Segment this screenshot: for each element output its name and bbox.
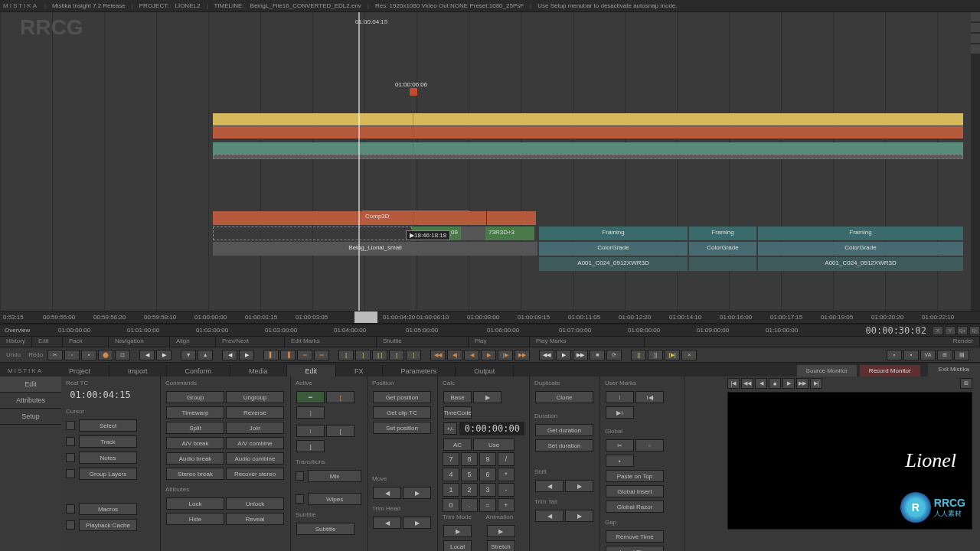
clip-colorgrade-2[interactable]: ColorGrade xyxy=(689,242,756,256)
tab-parameters[interactable]: Parameters xyxy=(383,365,456,377)
inout-icon[interactable]: [ ] xyxy=(372,350,387,360)
av-combine-button[interactable]: A/V combine xyxy=(226,437,284,449)
active-toggle[interactable]: ━ xyxy=(296,391,325,403)
clip-gap[interactable] xyxy=(461,227,485,240)
collapse-button-2[interactable] xyxy=(971,23,980,32)
clear-out-icon[interactable]: ] xyxy=(406,350,421,360)
remove-time-button[interactable]: Remove Time xyxy=(606,530,664,543)
render-queue-icon[interactable]: ▤ xyxy=(954,350,969,360)
clip-colorgrade-3[interactable]: ColorGrade xyxy=(758,242,963,256)
clip-framing-2[interactable]: Framing xyxy=(689,227,756,240)
ruler-fine[interactable]: 0:53:15 00:59:55:00 00:59:56:20 00:59:58… xyxy=(0,311,980,324)
key-7[interactable]: 7 xyxy=(443,452,459,466)
clip-comp3d-b[interactable] xyxy=(487,211,536,225)
mon-last-icon[interactable]: ▶| xyxy=(810,378,822,389)
tab-output[interactable]: Output xyxy=(456,365,514,377)
move-right-icon[interactable]: ▶ xyxy=(403,487,431,499)
group-button[interactable]: Group xyxy=(166,391,224,403)
reverse-button[interactable]: Reverse xyxy=(226,406,284,419)
clip-colorgrade-1[interactable]: ColorGrade xyxy=(539,242,688,256)
key-eq[interactable]: = xyxy=(479,498,496,512)
play-inout-icon[interactable]: [▶] xyxy=(665,350,680,360)
render-b-icon[interactable]: ▪ xyxy=(903,350,919,360)
notes-button[interactable]: Notes xyxy=(79,452,137,464)
plus-minus-button[interactable]: +/- xyxy=(443,422,457,435)
active-i-icon[interactable]: I xyxy=(296,425,325,437)
user-mark-next-icon[interactable]: ▶I xyxy=(606,406,634,419)
mark-goto-in-icon[interactable]: |[ xyxy=(631,350,646,360)
tab-edit[interactable]: Edit xyxy=(287,365,337,377)
timecode-button[interactable]: TimeCode xyxy=(443,406,472,419)
stereo-break-button[interactable]: Stereo break xyxy=(166,468,224,480)
mark-goto-out-icon[interactable]: ]| xyxy=(648,350,663,360)
mon-stop-icon[interactable]: ■ xyxy=(769,378,781,389)
group-layers-button[interactable]: Group Layers xyxy=(79,468,137,480)
av-break-button[interactable]: A/V break xyxy=(166,437,224,449)
checkbox-group-layers[interactable] xyxy=(66,469,75,478)
clip-being-lional[interactable]: Being_Lional_small xyxy=(213,242,537,256)
align-down-icon[interactable]: ▼ xyxy=(181,350,196,360)
playhead[interactable] xyxy=(358,12,360,311)
hide-button[interactable]: Hide xyxy=(166,513,224,525)
checkbox-macros[interactable] xyxy=(66,504,75,514)
key-9[interactable]: 9 xyxy=(479,452,496,466)
global-razor-button[interactable]: Global Razor xyxy=(606,500,664,513)
mon-first-icon[interactable]: |◀ xyxy=(727,378,740,389)
collapse-button-4[interactable] xyxy=(971,44,980,54)
trim-tail-right-icon[interactable]: ▶ xyxy=(565,510,593,522)
reveal-button[interactable]: Reveal xyxy=(226,513,284,525)
prev-clip-icon[interactable]: ◀ xyxy=(222,350,237,360)
user-mark-prev-icon[interactable]: I◀ xyxy=(635,391,664,403)
global-cut-icon[interactable]: ✂ xyxy=(606,439,634,452)
mon-settings-icon[interactable]: ⊞ xyxy=(960,378,972,389)
clip-framing-3[interactable]: Framing xyxy=(758,227,963,240)
use-button[interactable]: Use xyxy=(473,439,514,451)
recover-stereo-button[interactable]: Recover stereo xyxy=(226,468,284,480)
ac-button[interactable]: AC xyxy=(443,439,472,451)
key-6[interactable]: 6 xyxy=(479,468,496,481)
checkbox-notes[interactable] xyxy=(66,453,75,462)
key-3[interactable]: 3 xyxy=(479,483,496,497)
audio-break-button[interactable]: Audio break xyxy=(166,452,224,465)
out-mark-icon[interactable]: ] xyxy=(355,350,371,360)
audio-combine-button[interactable]: Audio combine xyxy=(226,452,284,465)
play-fwd-icon[interactable]: ▶▶ xyxy=(573,350,588,360)
key-1[interactable]: 1 xyxy=(443,483,459,497)
ruler-overview[interactable]: Overview 01:00:00:00 01:01:00:00 01:02:0… xyxy=(0,324,980,337)
record-monitor-button[interactable]: Record Monitor xyxy=(860,365,920,377)
play-icon[interactable]: ▶ xyxy=(556,350,571,360)
va-icon[interactable]: VA xyxy=(920,350,936,360)
calc-display[interactable]: 0:00:00:00 xyxy=(459,422,524,435)
checkbox-mix[interactable] xyxy=(296,471,304,481)
collapse-button-1[interactable] xyxy=(971,12,980,21)
mon-ffwd-icon[interactable]: ▶▶ xyxy=(796,378,808,389)
checkbox-track[interactable] xyxy=(66,437,75,446)
join-button[interactable]: Join xyxy=(226,422,284,434)
cut-icon[interactable]: ✂ xyxy=(47,350,63,360)
link-icon[interactable]: ⊡ xyxy=(115,350,130,360)
trim-head-left-icon[interactable]: ◀ xyxy=(373,517,401,529)
macros-button[interactable]: Macros xyxy=(79,503,137,515)
redo-button[interactable]: Redo xyxy=(25,351,46,358)
trim-head-right-icon[interactable]: ▶ xyxy=(403,517,431,529)
stop-icon[interactable]: ■ xyxy=(590,350,605,360)
side-tab-edit[interactable]: Edit xyxy=(0,377,61,393)
key-0[interactable]: 0 xyxy=(443,498,459,512)
anim-arrow-icon[interactable]: ▶ xyxy=(487,525,515,537)
tab-project[interactable]: Project xyxy=(51,365,109,377)
global-copy-icon[interactable]: ▫ xyxy=(635,439,664,452)
nav-prev-icon[interactable]: ◀ xyxy=(139,350,155,360)
mon-play-icon[interactable]: ▶ xyxy=(782,378,795,389)
play-back-icon[interactable]: ◀◀ xyxy=(539,350,554,360)
paste-on-top-button[interactable]: Paste on Top xyxy=(606,470,664,482)
global-insert-button[interactable]: Global Insert xyxy=(606,485,664,497)
step-fwd-icon[interactable]: |▶ xyxy=(498,350,513,360)
active-out-icon[interactable]: ] xyxy=(296,406,325,419)
rewind-icon[interactable]: ◀◀ xyxy=(430,350,446,360)
mon-back-icon[interactable]: ◀ xyxy=(755,378,767,389)
track-button[interactable]: Track xyxy=(79,435,137,448)
tab-media[interactable]: Media xyxy=(230,365,287,377)
side-tab-setup[interactable]: Setup xyxy=(0,409,61,425)
key-4[interactable]: 4 xyxy=(443,468,459,481)
base-button[interactable]: Base xyxy=(443,391,472,403)
